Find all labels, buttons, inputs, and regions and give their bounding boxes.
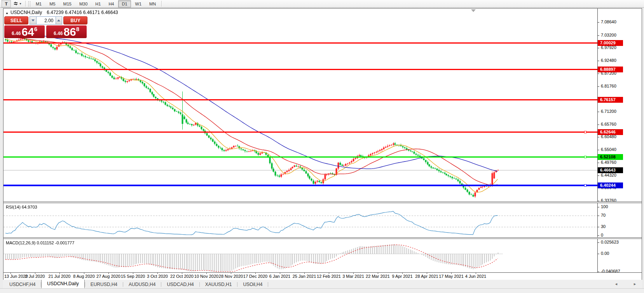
chart-window: ▲USDCNH,Daily6.47239 6.47416 6.46171 6.4… bbox=[3, 8, 642, 280]
price-tick: 6.71200 bbox=[601, 109, 616, 114]
tab-usdchf-h4[interactable]: USDCHF,H4 bbox=[4, 281, 41, 288]
level-price-label: 7.00029 bbox=[598, 40, 623, 46]
status-bar bbox=[0, 288, 644, 293]
tab-usdcnh-daily[interactable]: USDCNH,Daily bbox=[41, 279, 84, 288]
rsi-tick-dash bbox=[598, 216, 599, 216]
volume-input[interactable] bbox=[37, 17, 56, 24]
timeframe-mn[interactable]: MN bbox=[146, 0, 159, 7]
macd-tick-dash bbox=[598, 272, 599, 272]
rsi-canvas[interactable] bbox=[3, 203, 597, 237]
chart-tab-bar: USDCHF,H4USDCNH,DailyEURUSD,H4AUDUSD,H4U… bbox=[3, 280, 642, 288]
price-tick: 6.81760 bbox=[601, 84, 616, 88]
price-tick: 7.08640 bbox=[601, 19, 616, 24]
toolbar-drag-handle[interactable] bbox=[28, 1, 30, 7]
chart-title: ▲USDCNH,Daily6.47239 6.47416 6.46171 6.4… bbox=[5, 10, 118, 15]
volume-increase-button[interactable] bbox=[56, 17, 62, 24]
timeframe-m1[interactable]: M1 bbox=[32, 0, 45, 7]
date-label: 25 Jan 2021 bbox=[293, 274, 316, 279]
toolbar-separator bbox=[161, 1, 162, 7]
date-label: 2 Jul 2020 bbox=[25, 274, 45, 279]
date-label: 15 Sep 2020 bbox=[121, 274, 145, 279]
chart-ohlc-values: 6.47239 6.47416 6.46171 6.46643 bbox=[47, 10, 118, 15]
chart-symbol: USDCNH,Daily bbox=[10, 10, 42, 15]
sell-price-big: 64 bbox=[21, 26, 34, 38]
volume-stepper bbox=[30, 16, 62, 25]
current-price-label: 6.46643 bbox=[598, 167, 623, 173]
date-label: 3 Mar 2021 bbox=[342, 274, 364, 279]
text-tool-button[interactable]: T bbox=[2, 0, 11, 7]
price-tick-dash bbox=[598, 61, 599, 61]
buy-price-small: 6.46 bbox=[54, 31, 63, 36]
tab-scroll-left-button[interactable]: ◄ bbox=[614, 282, 618, 286]
buy-price-display[interactable]: 6.46868 bbox=[46, 25, 87, 38]
collapse-triangle-icon[interactable]: ▲ bbox=[5, 11, 9, 15]
price-tick: 6.44320 bbox=[601, 173, 616, 177]
price-tick-dash bbox=[598, 163, 599, 163]
price-tick-dash bbox=[598, 201, 599, 201]
sell-price-display[interactable]: 6.46646 bbox=[4, 25, 45, 38]
rsi-tick-dash bbox=[598, 227, 599, 227]
rsi-tick-dash bbox=[598, 207, 599, 207]
buy-price-sup: 8 bbox=[76, 26, 79, 32]
price-tick: 6.55040 bbox=[601, 147, 616, 152]
macd-tick-dash bbox=[598, 242, 599, 243]
macd-indicator-label: MACD(12,26,9) 0.011152 -0.001777 bbox=[6, 240, 74, 245]
price-tick-dash bbox=[598, 48, 599, 48]
date-axis[interactable]: 13 Jun 20202 Jul 202021 Jul 20208 Aug 20… bbox=[3, 272, 642, 280]
tab-usoil-h4[interactable]: USOil,H4 bbox=[237, 281, 268, 288]
buy-button[interactable]: BUY bbox=[63, 16, 87, 25]
date-label: 6 Jan 2021 bbox=[269, 274, 290, 279]
price-tick-dash bbox=[598, 175, 599, 176]
timeframe-m30[interactable]: M30 bbox=[76, 0, 91, 7]
price-tick-dash bbox=[598, 112, 599, 112]
cursor-tool-button[interactable]: ▼ bbox=[12, 1, 23, 7]
date-label: 17 May 2021 bbox=[439, 274, 464, 279]
date-label: 28 Apr 2021 bbox=[415, 274, 438, 279]
timeframe-w1[interactable]: W1 bbox=[132, 0, 145, 7]
tab-scroll-right-button[interactable]: ► bbox=[633, 282, 637, 286]
tab-audusd-h4[interactable]: AUDUSD,H4 bbox=[123, 281, 161, 288]
buy-price-big: 86 bbox=[63, 26, 76, 38]
date-label: 3 Oct 2020 bbox=[147, 274, 168, 279]
macd-tick-dash bbox=[598, 254, 599, 254]
price-tick-dash bbox=[598, 137, 599, 137]
tab-xauusd-h1[interactable]: XAUUSD,H1 bbox=[200, 281, 237, 288]
chevron-down-icon: ▼ bbox=[19, 2, 22, 5]
timeframe-m15[interactable]: M15 bbox=[60, 0, 75, 7]
date-label: 22 Mar 2021 bbox=[366, 274, 390, 279]
price-tick-dash bbox=[598, 150, 599, 150]
timeframe-d1[interactable]: D1 bbox=[118, 0, 131, 7]
timeframe-h1[interactable]: H1 bbox=[92, 0, 104, 7]
date-label: 8 Aug 2020 bbox=[73, 274, 95, 279]
price-tick-dash bbox=[598, 22, 599, 23]
sell-price-small: 6.46 bbox=[12, 31, 21, 36]
panel-separator[interactable] bbox=[3, 202, 642, 203]
price-tick-dash bbox=[598, 125, 599, 125]
level-price-label: 6.88897 bbox=[598, 67, 623, 72]
timeframe-m5[interactable]: M5 bbox=[46, 0, 59, 7]
level-price-label: 6.52108 bbox=[598, 154, 623, 160]
tab-usdcad-h4[interactable]: USDCAD,H4 bbox=[161, 281, 199, 288]
sell-price-sup: 6 bbox=[34, 26, 37, 32]
sell-button[interactable]: SELL bbox=[4, 16, 28, 25]
timeframe-h4[interactable]: H4 bbox=[105, 0, 117, 7]
tab-eurusd-h4[interactable]: EURUSD,H4 bbox=[85, 281, 123, 288]
price-tick: 6.92480 bbox=[601, 58, 616, 63]
date-label: 17 Dec 2020 bbox=[243, 274, 267, 279]
macd-canvas[interactable] bbox=[3, 239, 597, 272]
rsi-indicator-label: RSI(14) 64.9703 bbox=[6, 205, 37, 209]
chart-shift-marker-icon[interactable] bbox=[471, 9, 476, 12]
tab-divider bbox=[268, 282, 268, 287]
date-label: 22 Oct 2020 bbox=[170, 274, 194, 279]
one-click-trading-panel: SELL BUY 6.46646 6.46868 bbox=[4, 16, 88, 38]
price-axis[interactable]: 7.086407.032006.979206.924806.872006.817… bbox=[597, 9, 642, 272]
panel-separator[interactable] bbox=[3, 237, 642, 239]
top-toolbar: T ▼ M1M5M15M30H1H4D1W1MN bbox=[0, 0, 644, 8]
date-label: 28 Nov 2020 bbox=[219, 274, 243, 279]
date-label: 10 Nov 2020 bbox=[194, 274, 218, 279]
macd-tick: 0.00 bbox=[601, 251, 609, 256]
level-price-label: 6.40244 bbox=[598, 182, 623, 188]
volume-decrease-button[interactable] bbox=[30, 17, 37, 24]
date-label: 12 Feb 2021 bbox=[317, 274, 341, 279]
main-chart-canvas[interactable] bbox=[3, 9, 597, 202]
